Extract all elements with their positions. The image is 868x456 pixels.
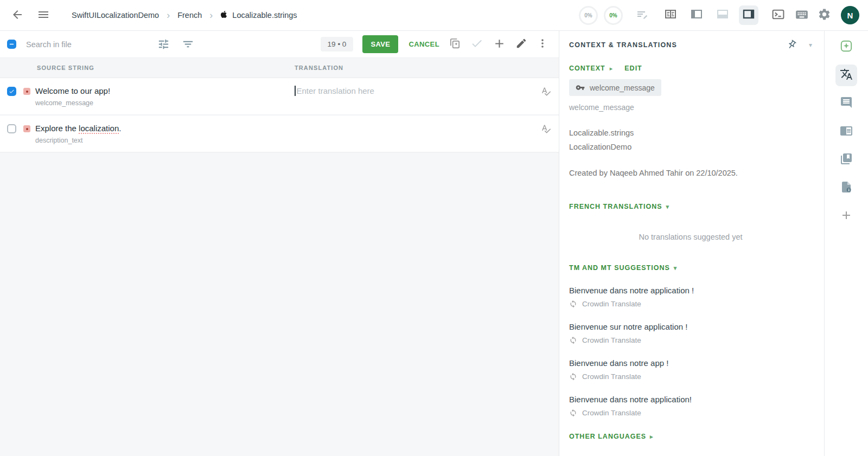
translations-panel-button[interactable] [835,65,857,86]
ai-assistant-panel-button[interactable] [835,36,857,58]
source-string-text: Welcome to our app! [35,86,110,95]
misspelled-word: localization [79,124,119,134]
key-icon [576,83,585,92]
suggestion-item[interactable]: Bienvenue dans notre application ! Crowd… [569,286,812,308]
settings-button[interactable] [818,8,831,23]
approval-progress-value: 0% [609,12,617,18]
suggestion-text: Bienvenue dans notre application! [569,395,812,404]
translation-progress-ring[interactable]: 0% [579,6,598,25]
file-name: Localizable.strings [569,129,812,137]
spellcheck-icon[interactable] [541,86,551,107]
approve-button[interactable] [470,37,483,52]
list-edit-icon [636,8,649,23]
caret-right-icon: ▸ [650,433,654,440]
translation-cell[interactable] [295,124,533,144]
panel-title: CONTEXT & TRANSLATIONS [569,41,677,49]
context-reader-panel-button[interactable] [835,121,857,143]
translation-progress-value: 0% [584,12,592,18]
key-chip-label: welcome_message [590,84,655,92]
filter-button[interactable] [182,38,194,50]
string-key: description_text [35,137,121,144]
comment-icon [840,96,853,111]
context-link[interactable]: CONTEXT [569,65,605,72]
hamburger-menu-icon [37,8,50,23]
right-panel-view-icon [742,8,755,23]
menu-button[interactable] [37,8,50,23]
suggestion-item[interactable]: Bienvenue sur notre application ! Crowdi… [569,322,812,344]
crowdin-editor: SwiftUILocalizationDemo › French › Local… [0,0,868,456]
gear-icon [818,8,831,23]
panel-collapse-caret-icon[interactable]: ▾ [809,41,812,49]
french-translations-section-header[interactable]: FRENCH TRANSLATIONS ▾ [569,203,812,210]
string-row[interactable]: Explore the localization. description_te… [0,115,559,153]
context-panel: CONTEXT & TRANSLATIONS ▾ CONTEXT ▸ EDIT … [559,31,824,456]
ai-sparkle-icon [839,39,853,55]
advanced-filter-button[interactable] [157,38,170,50]
save-button[interactable]: SAVE [362,35,398,53]
side-by-side-view-icon [664,8,677,23]
spellcheck-icon[interactable] [541,124,551,144]
user-avatar[interactable]: N [841,6,859,24]
draft-edit-button[interactable] [636,8,649,23]
select-all-checkbox[interactable] [7,40,16,49]
string-row[interactable]: Welcome to our app! welcome_message Ente… [0,78,559,115]
source-string-text: Explore the localization. [35,124,121,133]
edit-context-link[interactable]: EDIT [624,65,642,72]
copy-icon [449,37,461,52]
glossary-panel-button[interactable] [835,149,857,171]
left-panel-view-button[interactable] [687,5,706,25]
editor-toolbar: 19 • 0 SAVE CANCEL [0,31,559,58]
suggestion-text: Bienvenue sur notre application ! [569,322,812,331]
cancel-button[interactable]: CANCEL [409,40,439,48]
avatar-initial: N [847,11,853,20]
suggestion-item[interactable]: Bienvenue dans notre application! Crowdi… [569,395,812,417]
pin-icon[interactable] [784,37,799,52]
add-panel-button[interactable] [835,205,857,227]
apple-icon [220,10,227,20]
toolbar-actions: 19 • 0 SAVE CANCEL [321,35,559,53]
breadcrumb-language[interactable]: French [177,11,202,20]
breadcrumb-file[interactable]: Localizable.strings [220,10,297,20]
source-column-header: SOURCE STRING [0,65,295,71]
chevron-right-icon: › [167,10,170,20]
search-input[interactable] [26,40,138,49]
breadcrumb-project[interactable]: SwiftUILocalizationDemo [72,11,159,20]
add-string-button[interactable] [493,37,506,52]
other-languages-section-header[interactable]: OTHER LANGUAGES ▸ [569,433,812,440]
row-checkbox-unchecked[interactable] [7,124,16,133]
terminal-icon [771,8,785,23]
key-chip[interactable]: welcome_message [569,79,661,96]
keyboard-shortcuts-button[interactable] [795,8,809,23]
pencil-icon [515,37,527,51]
translate-icon [840,68,853,83]
translation-input[interactable]: Enter translation here [295,86,533,107]
suggestion-item[interactable]: Bienvenue dans notre app ! Crowdin Trans… [569,358,812,381]
side-by-side-view-button[interactable] [661,5,680,25]
tm-mt-section-header[interactable]: TM AND MT SUGGESTIONS ▾ [569,264,812,272]
copy-source-button[interactable] [449,37,461,52]
table-header: SOURCE STRING TRANSLATION [0,58,559,78]
file-info-icon [840,181,853,196]
collections-bookmark-icon [840,152,853,168]
breadcrumb-file-label: Localizable.strings [232,11,297,20]
strings-counter: 19 • 0 [321,37,354,52]
suggestion-source: Crowdin Translate [582,300,641,308]
approval-progress-ring[interactable]: 0% [604,6,623,25]
comments-panel-button[interactable] [835,93,857,114]
back-button[interactable] [11,8,24,23]
context-caret-icon: ▸ [610,65,613,72]
bottom-panel-view-icon [716,8,729,23]
suggestion-text: Bienvenue dans notre app ! [569,358,812,368]
right-panel-view-button[interactable] [739,5,758,25]
string-key: welcome_message [35,99,110,107]
bottom-panel-view-button[interactable] [713,5,732,25]
more-menu-button[interactable] [537,37,548,51]
suggestion-source: Crowdin Translate [582,336,641,344]
filter-icon [182,38,194,50]
file-info-panel-button[interactable] [835,177,857,199]
console-button[interactable] [771,8,785,23]
edit-string-button[interactable] [515,37,527,51]
breadcrumb: SwiftUILocalizationDemo › French › Local… [72,10,297,20]
row-checkbox-checked[interactable] [7,87,16,96]
mt-engine-icon [569,336,577,344]
